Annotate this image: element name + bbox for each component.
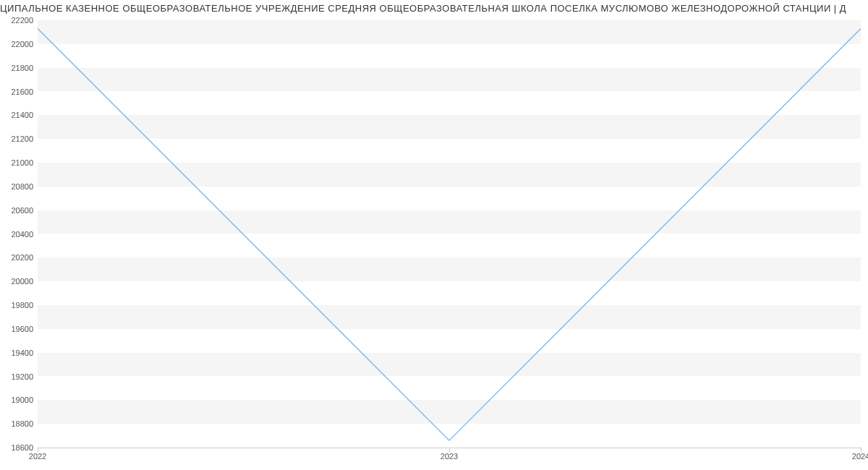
y-tick-label: 21600 (11, 87, 33, 96)
y-tick-label: 21000 (11, 158, 33, 167)
series-line (38, 28, 861, 440)
y-tick-label: 21400 (11, 111, 33, 119)
y-tick-label: 18800 (11, 419, 33, 428)
y-tick-label: 20200 (11, 253, 33, 262)
y-tick-label: 19000 (11, 396, 33, 404)
y-tick-label: 21200 (11, 134, 33, 143)
y-tick-label: 20800 (11, 182, 33, 191)
y-tick-label: 22200 (11, 16, 33, 25)
y-tick-label: 19600 (11, 325, 33, 333)
y-tick-label: 18600 (11, 443, 33, 452)
y-tick-label: 19200 (11, 372, 33, 381)
x-tick-label: 2023 (441, 452, 458, 461)
line-series-svg (38, 20, 861, 448)
y-tick-label: 21800 (11, 64, 33, 72)
x-tick-label: 2022 (29, 452, 46, 461)
y-tick-label: 20600 (11, 206, 33, 215)
chart-title: ЦИПАЛЬНОЕ КАЗЕННОЕ ОБЩЕОБРАЗОВАТЕЛЬНОЕ У… (0, 0, 868, 15)
chart-container: ЦИПАЛЬНОЕ КАЗЕННОЕ ОБЩЕОБРАЗОВАТЕЛЬНОЕ У… (0, 0, 868, 470)
plot-area: 1860018800190001920019400196001980020000… (38, 20, 861, 448)
x-tick-label: 2024 (852, 452, 868, 461)
y-tick-label: 20400 (11, 230, 33, 239)
y-tick-label: 22000 (11, 40, 33, 48)
y-tick-label: 19800 (11, 301, 33, 309)
y-tick-label: 19400 (11, 349, 33, 357)
y-tick-label: 20000 (11, 277, 33, 286)
